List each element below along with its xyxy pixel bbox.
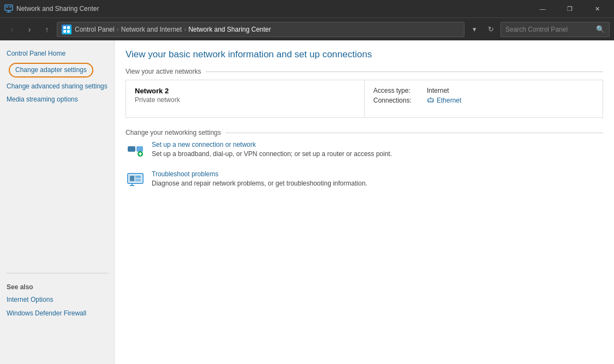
sidebar-item-internet-options[interactable]: Internet Options [0, 293, 115, 307]
sidebar-item-change-adapter-settings[interactable]: Change adapter settings [9, 63, 93, 77]
access-type-row: Access type: Internet [373, 87, 594, 94]
search-icon: 🔍 [596, 25, 605, 33]
svg-rect-4 [9, 6, 11, 8]
main-container: Control Panel Home Change adapter settin… [0, 40, 614, 364]
access-type-label: Access type: [373, 87, 422, 94]
svg-rect-6 [67, 26, 70, 29]
access-type-value: Internet [427, 87, 449, 94]
address-bar: ‹ › ↑ Control Panel › Network and Intern… [0, 17, 614, 40]
see-also-label: See also [0, 279, 115, 293]
sidebar: Control Panel Home Change adapter settin… [0, 40, 115, 364]
troubleshoot-item: Troubleshoot problems Diagnose and repai… [126, 170, 603, 190]
network-name: Network 2 [135, 87, 355, 95]
svg-rect-15 [136, 146, 143, 152]
address-bar-actions: ▾ ↻ [467, 22, 498, 37]
new-connection-item: Set up a new connection or network Set u… [126, 141, 603, 160]
window-title: Network and Sharing Center [16, 5, 530, 13]
troubleshoot-link[interactable]: Troubleshoot problems [152, 170, 367, 178]
svg-rect-0 [5, 5, 13, 10]
breadcrumb-control-panel[interactable]: Control Panel [75, 26, 115, 33]
network-info-box: Network 2 Private network Access type: I… [126, 80, 603, 118]
minimize-button[interactable]: — [530, 0, 555, 17]
page-title: View your basic network information and … [126, 49, 603, 60]
sidebar-separator [7, 273, 108, 273]
active-networks-header: View your active networks [126, 68, 603, 75]
svg-rect-24 [135, 179, 141, 181]
dropdown-button[interactable]: ▾ [467, 22, 482, 37]
network-left: Network 2 Private network [126, 80, 365, 117]
up-button[interactable]: ↑ [39, 22, 55, 37]
new-connection-text: Set up a new connection or network Set u… [152, 141, 392, 159]
troubleshoot-text: Troubleshoot problems Diagnose and repai… [152, 170, 367, 188]
breadcrumb-icon [62, 25, 71, 34]
svg-rect-14 [128, 146, 135, 152]
title-bar: Network and Sharing Center — ❐ ✕ [0, 0, 614, 17]
ethernet-value: Ethernet [437, 97, 461, 104]
active-networks-label: View your active networks [126, 68, 201, 75]
connections-label: Connections: [373, 97, 422, 104]
network-right: Access type: Internet Connections: [365, 80, 603, 117]
svg-rect-8 [67, 30, 70, 33]
change-settings-label: Change your networking settings [126, 129, 221, 136]
svg-rect-7 [63, 30, 66, 33]
breadcrumb-sep-1: › [117, 26, 119, 33]
breadcrumb: Control Panel › Network and Internet › N… [57, 22, 464, 37]
ethernet-icon [427, 97, 434, 104]
search-input[interactable] [505, 26, 596, 33]
content-area: View your basic network information and … [115, 40, 614, 364]
settings-section: Set up a new connection or network Set u… [126, 141, 603, 190]
svg-rect-22 [130, 176, 134, 181]
new-connection-desc: Set up a broadband, dial-up, or VPN conn… [152, 150, 392, 158]
forward-button[interactable]: › [22, 22, 37, 37]
maximize-button[interactable]: ❐ [557, 0, 582, 17]
svg-rect-23 [135, 176, 141, 178]
network-type: Private network [135, 96, 355, 104]
ethernet-link[interactable]: Ethernet [427, 97, 461, 104]
troubleshoot-desc: Diagnose and repair network problems, or… [152, 180, 367, 187]
sidebar-item-change-advanced-sharing[interactable]: Change advanced sharing settings [0, 80, 114, 93]
change-settings-header: Change your networking settings [126, 129, 603, 136]
breadcrumb-network-internet[interactable]: Network and Internet [121, 26, 182, 33]
connections-row: Connections: Ethernet [373, 97, 594, 104]
app-icon [4, 4, 13, 13]
search-box[interactable]: 🔍 [500, 22, 610, 37]
breadcrumb-sep-2: › [184, 26, 186, 33]
close-button[interactable]: ✕ [585, 0, 610, 17]
refresh-button[interactable]: ↻ [483, 22, 498, 37]
sidebar-item-control-panel-home[interactable]: Control Panel Home [0, 47, 114, 61]
sidebar-item-media-streaming[interactable]: Media streaming options [0, 93, 114, 106]
back-button[interactable]: ‹ [4, 22, 20, 37]
svg-rect-5 [63, 26, 66, 29]
troubleshoot-icon [126, 170, 145, 190]
sidebar-nav: Control Panel Home Change adapter settin… [0, 47, 114, 106]
svg-rect-3 [6, 6, 8, 8]
new-connection-link[interactable]: Set up a new connection or network [152, 141, 392, 148]
breadcrumb-current: Network and Sharing Center [188, 26, 271, 33]
sidebar-bottom: See also Internet Options Windows Defend… [0, 267, 115, 320]
sidebar-item-windows-defender-firewall[interactable]: Windows Defender Firewall [0, 307, 115, 320]
new-connection-icon [126, 141, 145, 160]
window-controls: — ❐ ✕ [530, 0, 610, 17]
